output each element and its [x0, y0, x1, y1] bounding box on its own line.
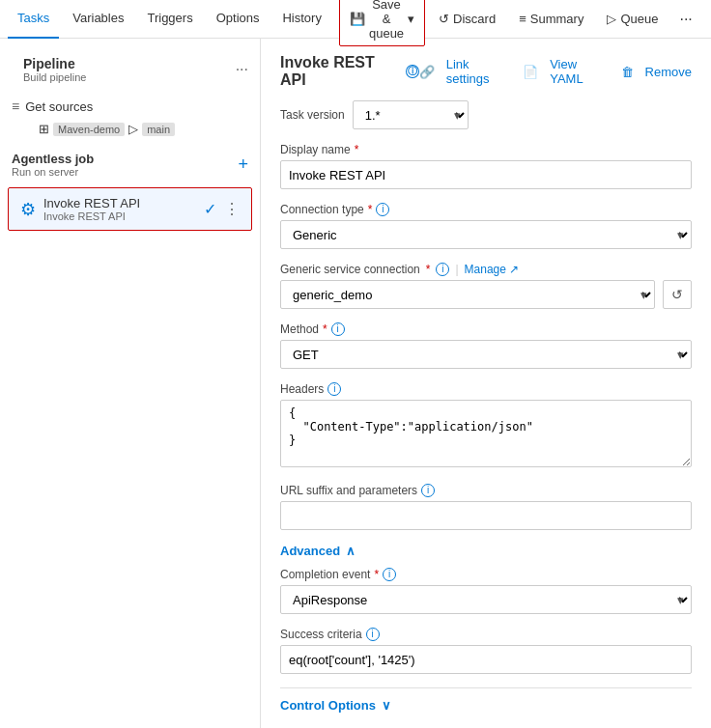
url-suffix-group: URL suffix and parameters i: [280, 484, 692, 530]
headers-info-icon[interactable]: i: [327, 382, 341, 396]
control-options-label: Control Options: [280, 698, 376, 713]
sidebar: Pipeline Build pipeline ··· ≡ Get source…: [0, 39, 261, 728]
agentless-job-row: Agentless job Run on server +: [0, 144, 260, 185]
queue-icon: ▷: [607, 12, 616, 26]
method-info-icon[interactable]: i: [331, 322, 345, 336]
display-name-group: Display name *: [280, 143, 692, 189]
headers-textarea[interactable]: { "Content-Type":"application/json" }: [280, 400, 692, 467]
remove-icon: 🗑: [621, 65, 634, 79]
task-version-group: Task version 1.* 2.*: [280, 100, 692, 129]
pipeline-header: Pipeline Build pipeline: [12, 50, 236, 89]
content-panel: Invoke REST API ⓘ 🔗 Link settings 📄 View…: [261, 39, 711, 728]
task-subtitle: Invoke REST API: [43, 210, 196, 222]
content-actions: 🔗 Link settings 📄 View YAML 🗑 Remove: [419, 57, 692, 86]
service-connection-select-wrapper: generic_demo: [280, 280, 655, 309]
method-required: *: [323, 322, 327, 336]
link-settings-button[interactable]: Link settings: [446, 57, 511, 86]
tab-options[interactable]: Options: [207, 0, 270, 39]
task-version-select[interactable]: 1.* 2.*: [353, 100, 469, 129]
list-icon: ≡: [12, 98, 19, 114]
task-info: Invoke REST API Invoke REST API: [43, 196, 196, 222]
pipe-separator: |: [455, 263, 458, 276]
view-yaml-icon: 📄: [523, 65, 538, 79]
more-button[interactable]: ···: [671, 6, 699, 33]
completion-event-group: Completion event * i ApiResponse Callbac…: [280, 568, 692, 614]
control-options-bar[interactable]: Control Options ∨: [280, 687, 692, 713]
method-label: Method: [280, 322, 319, 336]
get-sources-details: ⊞ Maven-demo ▷ main: [27, 122, 260, 136]
title-info-icon[interactable]: ⓘ: [406, 65, 419, 78]
manage-link[interactable]: Manage ↗: [465, 263, 520, 276]
task-name: Invoke REST API: [43, 196, 196, 210]
completion-event-label: Completion event: [280, 568, 370, 581]
branch-arrow-icon: ▷: [128, 122, 138, 136]
completion-event-info-icon[interactable]: i: [383, 568, 396, 581]
main-layout: Pipeline Build pipeline ··· ≡ Get source…: [0, 39, 711, 728]
save-icon: 💾: [350, 12, 365, 26]
headers-label: Headers: [280, 382, 324, 396]
completion-event-select[interactable]: ApiResponse Callback: [280, 585, 692, 614]
refresh-button[interactable]: ↺: [663, 280, 692, 309]
tab-tasks[interactable]: Tasks: [8, 0, 59, 39]
discard-icon: ↺: [439, 12, 449, 26]
connection-type-select[interactable]: Generic Azure Resource Manager: [280, 220, 692, 249]
completion-event-select-wrapper: ApiResponse Callback: [280, 585, 692, 614]
connection-type-info-icon[interactable]: i: [376, 203, 389, 216]
task-version-select-wrapper: 1.* 2.*: [353, 100, 469, 129]
method-select[interactable]: GET POST PUT DELETE PATCH: [280, 340, 692, 369]
tab-triggers[interactable]: Triggers: [137, 0, 202, 39]
display-name-label: Display name: [280, 143, 351, 156]
connection-type-label: Connection type: [280, 203, 364, 216]
agentless-subtitle: Run on server: [12, 166, 94, 178]
connection-type-required: *: [368, 203, 373, 216]
queue-button[interactable]: ▷ Queue: [597, 7, 668, 31]
branch-badge: main: [142, 123, 175, 136]
task-more-button[interactable]: ⋮: [224, 200, 240, 218]
method-group: Method * i GET POST PUT DELETE PATCH: [280, 322, 692, 369]
success-criteria-input[interactable]: [280, 645, 692, 674]
completion-event-required: *: [374, 568, 379, 581]
external-link-icon: ↗: [509, 263, 519, 276]
pipeline-more-button[interactable]: ···: [236, 61, 248, 78]
task-item[interactable]: ⚙ Invoke REST API Invoke REST API ✓ ⋮: [8, 187, 252, 231]
content-header: Invoke REST API ⓘ 🔗 Link settings 📄 View…: [280, 54, 692, 89]
advanced-section: Advanced ∧ Completion event * i ApiRespo…: [280, 544, 692, 674]
link-settings-icon: 🔗: [419, 65, 435, 79]
gear-icon: ⚙: [20, 199, 36, 220]
service-connection-select[interactable]: generic_demo: [280, 280, 655, 309]
expand-button[interactable]: ⤢: [704, 7, 711, 32]
url-suffix-info-icon[interactable]: i: [421, 484, 435, 497]
tab-history[interactable]: History: [272, 0, 330, 39]
advanced-header[interactable]: Advanced ∧: [280, 544, 692, 558]
summary-button[interactable]: ≡ Summary: [509, 7, 593, 31]
display-name-input[interactable]: [280, 160, 692, 189]
url-suffix-input[interactable]: [280, 501, 692, 530]
add-task-button[interactable]: +: [238, 154, 248, 175]
repo-icon: ⊞: [39, 122, 49, 136]
method-select-wrapper: GET POST PUT DELETE PATCH: [280, 340, 692, 369]
agentless-label: Agentless job: [12, 152, 94, 166]
repo-badge: Maven-demo: [53, 123, 125, 136]
pipeline-title: Pipeline: [23, 56, 224, 71]
service-connection-required: *: [426, 263, 431, 276]
summary-icon: ≡: [519, 12, 526, 26]
tab-variables[interactable]: Variables: [63, 0, 133, 39]
top-nav: Tasks Variables Triggers Options History…: [0, 0, 711, 39]
url-suffix-label: URL suffix and parameters: [280, 484, 417, 497]
display-name-required: *: [355, 143, 359, 156]
success-criteria-group: Success criteria i: [280, 628, 692, 674]
advanced-chevron-icon: ∧: [346, 544, 356, 558]
remove-button[interactable]: Remove: [645, 65, 692, 79]
service-connection-label: Generic service connection: [280, 263, 420, 276]
content-title: Invoke REST API ⓘ: [280, 54, 419, 89]
service-connection-info-icon[interactable]: i: [436, 263, 449, 276]
connection-type-group: Connection type * i Generic Azure Resour…: [280, 203, 692, 249]
control-options-chevron-icon: ∨: [382, 698, 391, 713]
success-criteria-info-icon[interactable]: i: [366, 628, 380, 641]
discard-button[interactable]: ↺ Discard: [429, 7, 505, 31]
view-yaml-button[interactable]: View YAML: [550, 57, 609, 86]
task-status-icon: ✓: [204, 200, 216, 218]
task-version-label: Task version: [280, 108, 345, 122]
get-sources-row[interactable]: ≡ Get sources: [0, 93, 260, 120]
pipeline-subtitle: Build pipeline: [23, 71, 224, 83]
